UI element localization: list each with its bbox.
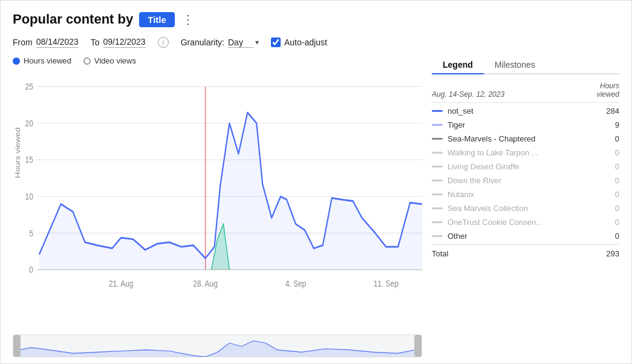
line-chart: 25 20 15 10 5 0 Hours viewed 21. Aug 28.… xyxy=(13,71,422,331)
granularity-label: Granularity: xyxy=(181,37,224,47)
legend-item-value: 0 xyxy=(601,148,619,157)
video-views-dot xyxy=(83,57,91,65)
total-row: Total 293 xyxy=(432,244,619,260)
legend-line-indicator xyxy=(432,180,443,181)
legend-item-name: Sea Marvels Collection xyxy=(448,204,596,213)
legend-item-name: not_set xyxy=(448,106,596,115)
header: Popular content by Title ⋮ xyxy=(13,11,619,27)
svg-marker-19 xyxy=(39,112,422,270)
legend-item: Sea Marvels Collection0 xyxy=(432,201,619,215)
auto-adjust-checkbox[interactable] xyxy=(271,37,281,47)
legend-line-indicator xyxy=(432,138,443,140)
legend-date-range: Aug. 14-Sep. 12, 2023 xyxy=(432,90,504,99)
legend-table: Aug. 14-Sep. 12, 2023 Hoursviewed not_se… xyxy=(432,79,619,357)
legend-item-name: Tiger xyxy=(448,120,596,129)
legend-item: Nutanix0 xyxy=(432,187,619,201)
legend-header: Aug. 14-Sep. 12, 2023 Hoursviewed xyxy=(432,79,619,103)
to-label: To xyxy=(91,37,100,47)
auto-adjust-group: Auto-adjust xyxy=(271,37,327,47)
legend-item: Other0 xyxy=(432,229,619,243)
legend-item-value: 0 xyxy=(601,190,619,199)
legend-item: Living Desert Giraffe0 xyxy=(432,160,619,174)
granularity-group: Granularity: Day Week Month xyxy=(181,37,259,48)
svg-text:21. Aug: 21. Aug xyxy=(109,278,133,288)
svg-text:11. Sep: 11. Sep xyxy=(374,278,399,288)
legend-item-value: 0 xyxy=(601,218,619,227)
svg-text:0: 0 xyxy=(29,265,33,275)
svg-text:25: 25 xyxy=(25,82,33,92)
svg-marker-20 xyxy=(13,340,422,357)
legend-item-name: OneTrust Cookie Consen... xyxy=(448,218,596,227)
svg-text:Hours viewed: Hours viewed xyxy=(14,128,21,178)
legend-item-name: Walking to Lake Tarpon ... xyxy=(448,148,596,157)
hours-viewed-label: Hours viewed xyxy=(24,56,71,65)
svg-rect-22 xyxy=(414,335,422,357)
date-from-group: From 08/14/2023 xyxy=(13,37,79,48)
chart-legend-row: Hours viewed Video views xyxy=(13,56,422,65)
legend-item: Tiger9 xyxy=(432,118,619,132)
svg-rect-21 xyxy=(13,335,21,357)
legend-line-indicator xyxy=(432,110,443,112)
legend-item-value: 0 xyxy=(601,176,619,185)
legend-item: not_set284 xyxy=(432,104,619,118)
auto-adjust-label: Auto-adjust xyxy=(284,37,327,47)
chart-area: Hours viewed Video views 25 xyxy=(13,56,422,357)
legend-item-name: Nutanix xyxy=(448,190,596,199)
to-date-value[interactable]: 09/12/2023 xyxy=(103,37,146,48)
from-label: From xyxy=(13,37,33,47)
tab-legend[interactable]: Legend xyxy=(432,56,484,74)
legend-item: Sea-Marvels - Chaptered0 xyxy=(432,132,619,146)
info-icon[interactable]: i xyxy=(158,37,169,48)
page-title: Popular content by xyxy=(13,11,133,27)
video-views-legend: Video views xyxy=(83,56,136,65)
tab-milestones[interactable]: Milestones xyxy=(484,56,546,74)
hours-viewed-legend: Hours viewed xyxy=(13,56,71,65)
chart-wrapper: 25 20 15 10 5 0 Hours viewed 21. Aug 28.… xyxy=(13,71,422,331)
granularity-select[interactable]: Day Week Month xyxy=(228,37,254,48)
legend-line-indicator xyxy=(432,207,443,209)
legend-item: Down the River0 xyxy=(432,174,619,187)
hours-viewed-dot xyxy=(13,57,20,65)
legend-line-indicator xyxy=(432,193,443,195)
total-label: Total xyxy=(432,249,448,258)
granularity-select-wrapper[interactable]: Day Week Month xyxy=(228,37,259,48)
controls-bar: From 08/14/2023 To 09/12/2023 i Granular… xyxy=(13,37,619,48)
total-value: 293 xyxy=(606,249,619,258)
legend-item-value: 0 xyxy=(601,162,619,171)
from-date-value[interactable]: 08/14/2023 xyxy=(36,37,79,48)
right-panel: Legend Milestones Aug. 14-Sep. 12, 2023 … xyxy=(432,56,619,357)
legend-line-indicator xyxy=(432,166,443,167)
legend-item-value: 0 xyxy=(601,232,619,241)
legend-item-value: 9 xyxy=(601,120,619,129)
legend-item-value: 0 xyxy=(601,134,619,143)
legend-items-list: not_set284Tiger9Sea-Marvels - Chaptered0… xyxy=(432,104,619,243)
legend-hours-header: Hoursviewed xyxy=(597,82,619,99)
svg-text:15: 15 xyxy=(25,155,33,165)
svg-text:28. Aug: 28. Aug xyxy=(193,278,217,288)
main-container: Popular content by Title ⋮ From 08/14/20… xyxy=(0,0,632,364)
legend-line-indicator xyxy=(432,235,443,237)
menu-icon[interactable]: ⋮ xyxy=(182,12,194,27)
svg-text:10: 10 xyxy=(25,192,34,202)
tabs-bar: Legend Milestones xyxy=(432,56,619,74)
legend-line-indicator xyxy=(432,152,443,154)
legend-item-value: 284 xyxy=(601,106,619,115)
legend-item: Walking to Lake Tarpon ...0 xyxy=(432,146,619,160)
legend-line-indicator xyxy=(432,221,443,223)
legend-item: OneTrust Cookie Consen...0 xyxy=(432,215,619,229)
legend-line-indicator xyxy=(432,124,443,126)
legend-item-name: Down the River xyxy=(448,176,596,185)
title-button[interactable]: Title xyxy=(139,12,175,27)
main-content: Hours viewed Video views 25 xyxy=(13,56,619,357)
legend-item-name: Living Desert Giraffe xyxy=(448,162,596,171)
legend-item-name: Sea-Marvels - Chaptered xyxy=(448,134,596,143)
legend-item-name: Other xyxy=(448,232,596,241)
svg-text:5: 5 xyxy=(29,228,33,238)
legend-item-value: 0 xyxy=(601,204,619,213)
mini-chart[interactable] xyxy=(13,334,422,357)
date-to-group: To 09/12/2023 xyxy=(91,37,146,48)
video-views-label: Video views xyxy=(94,56,136,65)
svg-text:20: 20 xyxy=(25,119,34,129)
svg-text:4. Sep: 4. Sep xyxy=(285,278,307,288)
